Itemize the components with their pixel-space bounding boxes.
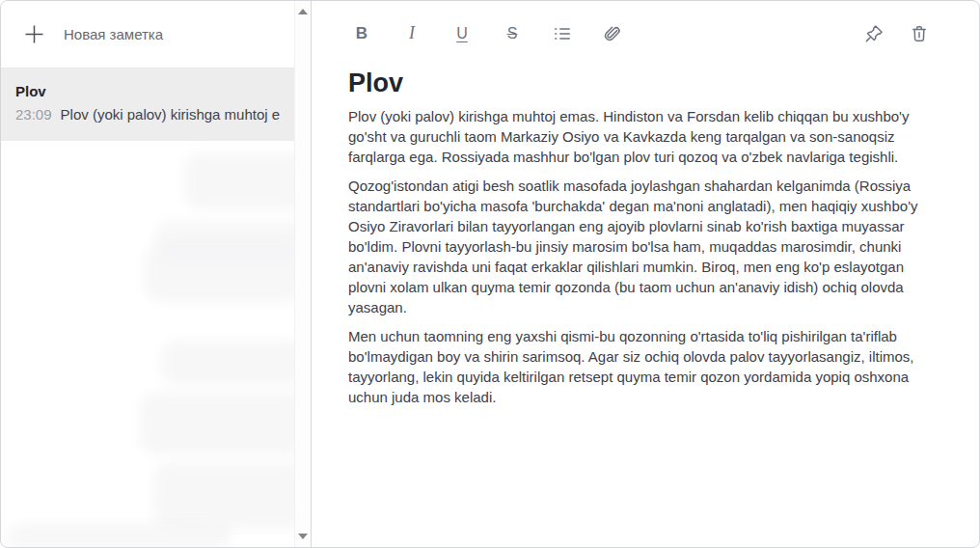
note-title[interactable]: Plov [348,68,933,97]
editor-toolbar: B I U S [348,1,933,66]
sidebar: Новая заметка Plov 23:09 Plov (yoki palo… [1,1,312,547]
strikethrough-icon: S [507,25,518,42]
blurred-note-ghost [144,244,294,302]
notes-app-window: Новая заметка Plov 23:09 Plov (yoki palo… [0,0,980,548]
blurred-note-ghost [7,524,231,547]
underline-button[interactable]: U [449,20,476,47]
scroll-down-arrow-icon[interactable] [298,534,308,539]
bulleted-list-button[interactable] [549,20,576,47]
bold-icon: B [356,24,368,43]
blurred-note-ghost [153,462,294,530]
blurred-note-ghost [139,393,294,454]
plus-icon [24,24,44,44]
note-list-item-plov[interactable]: Plov 23:09 Plov (yoki palov) kirishga mu… [1,68,294,141]
new-note-label: Новая заметка [64,26,163,42]
scroll-up-arrow-icon[interactable] [298,9,308,14]
italic-button[interactable]: I [398,20,425,47]
bold-button[interactable]: B [348,20,375,47]
italic-icon: I [409,23,415,43]
attach-button[interactable] [599,20,626,47]
note-item-time: 23:09 [15,106,52,123]
editor-panel: B I U S [312,1,979,547]
pin-icon [863,23,885,44]
note-item-meta: 23:09 Plov (yoki palov) kirishga muhtoj … [15,106,280,123]
format-buttons: B I U S [348,20,626,47]
bulleted-list-icon [552,23,573,44]
underline-icon: U [456,25,468,42]
paperclip-icon [602,23,623,44]
blurred-note-ghost [184,153,294,209]
delete-button[interactable] [906,20,933,47]
note-paragraph[interactable]: Qozog'istondan atigi besh soatlik masofa… [348,176,933,317]
note-paragraph[interactable]: Plov (yoki palov) kirishga muhtoj emas. … [348,106,933,167]
trash-icon [909,23,930,44]
strikethrough-button[interactable]: S [499,20,526,47]
sidebar-scrollbar[interactable] [294,1,311,547]
note-item-preview: Plov (yoki palov) kirishga muhtoj em... [61,106,280,123]
note-body[interactable]: Plov (yoki palov) kirishga muhtoj emas. … [348,106,933,407]
note-list: Новая заметка Plov 23:09 Plov (yoki palo… [1,1,294,547]
note-item-title: Plov [15,83,280,99]
pin-button[interactable] [860,20,887,47]
blurred-note-ghost [160,341,294,385]
new-note-button[interactable]: Новая заметка [1,1,294,68]
note-paragraph[interactable]: Men uchun taomning eng yaxshi qismi-bu q… [348,326,933,407]
note-action-buttons [860,20,933,47]
